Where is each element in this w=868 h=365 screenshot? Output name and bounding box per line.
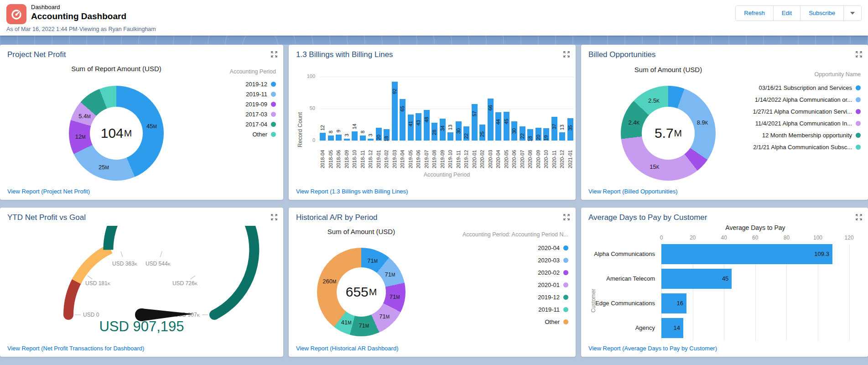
bar-value-label: 65 <box>400 106 405 111</box>
x-axis-label: 2019-06 <box>416 142 421 168</box>
bar-slot: 22 <box>463 77 469 141</box>
x-axis-label: 2019-12 <box>463 142 469 168</box>
view-report-link[interactable]: View Report (Billed Opportunities) <box>588 188 678 195</box>
legend-color-dot <box>563 270 568 275</box>
legend-item: Other <box>463 316 568 328</box>
bar[interactable]: 45 <box>661 269 732 289</box>
bar-value-label: 22 <box>520 133 525 139</box>
page-title: Accounting Dashboard <box>31 11 126 21</box>
bar[interactable] <box>447 132 453 141</box>
more-actions-button[interactable] <box>844 6 861 21</box>
bar-slot: 12 <box>320 77 326 141</box>
expand-icon[interactable] <box>856 51 862 59</box>
bar-value-label: 45 <box>722 269 728 289</box>
bar[interactable] <box>368 139 374 141</box>
x-axis-label: 2019-10 <box>447 142 453 168</box>
legend-item: 03/16/21 Subscription and Services <box>753 82 861 94</box>
edit-button[interactable]: Edit <box>774 6 800 21</box>
bar-value-label: 30 <box>456 128 462 134</box>
bar-slot: 30 <box>456 77 462 141</box>
expand-icon[interactable] <box>271 214 277 222</box>
legend: Opportunity Name 03/16/21 Subscription a… <box>753 71 861 153</box>
legend-item: 2017-03 <box>230 109 276 119</box>
bar[interactable] <box>424 110 430 141</box>
bar[interactable]: 109.3 <box>661 244 832 264</box>
bar[interactable] <box>504 112 509 141</box>
legend-color-dot <box>856 121 861 126</box>
legend-item: 1/27/21 Alpha Communication Servi... <box>753 105 861 117</box>
x-axis-label: 2019-07 <box>424 142 430 168</box>
legend-item-label: Other <box>545 318 560 325</box>
x-axis-label: 2021-01 <box>567 142 573 168</box>
bar-slot: 48 <box>424 77 430 141</box>
legend-item-label: 1/27/21 Alpha Communication Servi... <box>753 108 852 115</box>
bar[interactable] <box>408 115 414 141</box>
bar-slot: 18 <box>527 77 533 141</box>
gauge-tick <box>88 276 93 279</box>
bar-slot: 65 <box>400 77 405 141</box>
widget-title: 1.3 Billings with Billing Lines <box>296 50 393 59</box>
legend-color-dot <box>563 282 568 287</box>
expand-icon[interactable] <box>856 214 862 222</box>
bar[interactable] <box>360 136 366 141</box>
legend-item-label: 2020-03 <box>538 257 560 264</box>
x-tick-label: 20 <box>690 235 696 241</box>
bar-value-label: 20 <box>376 135 382 140</box>
legend-item: 2020-03 <box>463 254 568 266</box>
donut-center-value: 5.7M <box>621 86 716 181</box>
legend-color-dot <box>563 245 568 250</box>
legend-item: 2/1/21 Alpha Communication Subsc... <box>753 141 861 153</box>
bar[interactable] <box>336 135 342 141</box>
bar[interactable]: 16 <box>661 293 686 313</box>
legend: Accounting Period 2019-122019-112019-092… <box>230 68 276 139</box>
bar[interactable] <box>559 132 565 141</box>
view-report-link[interactable]: View Report (Historical AR Dashboard) <box>296 345 398 352</box>
bar-slot: 13 <box>447 77 453 141</box>
dashboard-app-icon <box>6 4 26 24</box>
bar[interactable] <box>328 136 334 141</box>
bar-value-label: 109.3 <box>814 244 829 264</box>
donut-chart: 5.7M8.9K15K2.4K2.5K <box>621 86 716 181</box>
refresh-button[interactable]: Refresh <box>736 6 774 21</box>
expand-icon[interactable] <box>563 51 570 59</box>
gauge-chart[interactable]: USD 0USD 907KUSD 181KUSD 363KUSD 544KUSD… <box>0 226 283 325</box>
bar[interactable]: 14 <box>661 318 683 338</box>
bar-value-label: 30 <box>511 128 517 134</box>
x-axis-title: Average Days to Pay <box>661 224 849 231</box>
bar[interactable] <box>495 112 501 141</box>
dashboard-background-strip <box>0 36 868 45</box>
expand-icon[interactable] <box>271 51 277 59</box>
view-report-link[interactable]: View Report (1.3 Billings with Billing L… <box>296 188 408 195</box>
widget-title: Project Net Profit <box>7 50 66 59</box>
x-axis-label: 2018-12 <box>368 142 374 168</box>
view-report-link[interactable]: View Report (Project Net Profit) <box>7 188 90 195</box>
view-report-link[interactable]: View Report (Average Days to Pay by Cust… <box>588 345 717 352</box>
subscribe-button[interactable]: Subscribe <box>800 6 844 21</box>
bar-slot: 35 <box>567 77 573 141</box>
bar-slot: 45 <box>504 77 509 141</box>
gauge-tick <box>191 276 196 279</box>
widget-title: Historical A/R by Period <box>296 213 378 222</box>
bar[interactable] <box>400 99 405 141</box>
donut-chart: 655M71M71M71M71M71M41M260M <box>317 248 405 336</box>
view-report-link[interactable]: View Report (Net Profit Transactions for… <box>7 345 144 352</box>
bar[interactable] <box>344 139 350 141</box>
legend-item-label: 1/14/2022 Alpha Communication or... <box>755 96 852 103</box>
gridline <box>320 141 574 141</box>
legend-item: 2017-04 <box>230 119 276 129</box>
bar[interactable] <box>352 131 358 141</box>
bar-row: 16 <box>661 293 862 313</box>
widget-title: YTD Net Profit vs Goal <box>7 213 86 222</box>
gauge-arc-segment <box>108 226 254 315</box>
bar[interactable] <box>416 113 421 141</box>
bar[interactable] <box>320 133 326 141</box>
expand-icon[interactable] <box>563 214 570 222</box>
gauge-value: USD 907,195 <box>0 318 283 335</box>
legend-item-label: 12 Month Membership opportunity <box>762 132 852 139</box>
x-axis-label: 2020-03 <box>488 142 494 168</box>
bar[interactable] <box>472 104 478 141</box>
bar-row: 45 <box>661 269 862 289</box>
donut-chart: 104M45M25M12M5.4M <box>69 86 164 181</box>
legend-item: 2020-01 <box>463 279 568 291</box>
widget-billings: 1.3 Billings with Billing Lines Record C… <box>289 45 576 200</box>
